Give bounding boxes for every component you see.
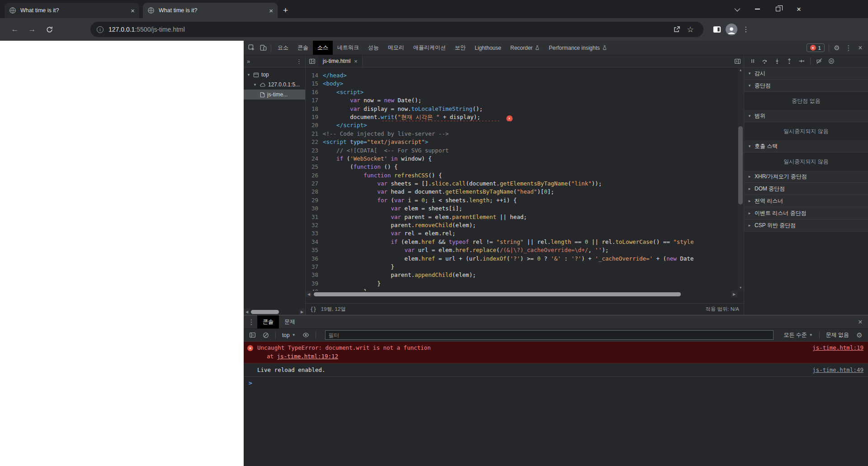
page-viewport[interactable]	[0, 41, 244, 466]
address-bar[interactable]: i 127.0.0.1:5500/js-time.html ☆	[90, 22, 703, 37]
file-tab-js-time[interactable]: js-time.html ×	[318, 55, 363, 67]
pause-script-icon[interactable]	[747, 56, 758, 67]
code-text[interactable]: <body>	[323, 80, 737, 88]
line-number[interactable]: 36	[306, 255, 323, 263]
code-text[interactable]: // <![CDATA[ <-- For SVG support	[323, 147, 737, 155]
hide-navigator-icon[interactable]	[306, 55, 318, 67]
source-link[interactable]: js-time.html:19	[812, 344, 863, 351]
scroll-left-icon[interactable]: ◀	[244, 309, 250, 315]
line-number[interactable]: 34	[306, 238, 323, 246]
line-number[interactable]: 38	[306, 271, 323, 279]
code-text[interactable]: }	[323, 263, 737, 271]
live-expression-eye-icon[interactable]	[300, 329, 312, 341]
line-number[interactable]: 29	[306, 196, 323, 204]
log-level-selector[interactable]: 모든 수준 ▼	[781, 331, 815, 339]
close-window-button[interactable]: ×	[788, 0, 809, 18]
debugger-section-호출 스택[interactable]: ▾호출 스택	[744, 140, 868, 152]
tab-close-icon[interactable]: ×	[131, 7, 135, 14]
browser-tab-2[interactable]: What time is it? ×	[143, 3, 278, 18]
code-text[interactable]: var display = now.toLocaleTimeString();	[323, 105, 737, 113]
step-icon[interactable]	[796, 56, 807, 67]
code-text[interactable]: function refreshCSS() {	[323, 171, 737, 180]
browser-menu-kebab-icon[interactable]: ⋮	[739, 22, 753, 37]
scrollbar-thumb[interactable]	[738, 126, 743, 204]
devtools-tab-애플리케이션[interactable]: 애플리케이션	[409, 41, 450, 55]
code-text[interactable]: var parent = elem.parentElement || head;	[323, 213, 737, 221]
debugger-section-DOM 중단점[interactable]: ▸DOM 중단점	[744, 183, 868, 195]
drawer-tab-issues[interactable]: 문제	[279, 315, 301, 328]
issues-badge[interactable]: 문제 없음	[823, 331, 852, 339]
devtools-tab-메모리[interactable]: 메모리	[383, 41, 409, 55]
show-debugger-sidebar-icon[interactable]	[731, 55, 744, 67]
console-prompt[interactable]: >	[244, 377, 868, 386]
line-number[interactable]: 37	[306, 263, 323, 271]
clear-console-icon[interactable]	[260, 329, 272, 341]
devtools-tab-성능[interactable]: 성능	[363, 41, 383, 55]
line-number[interactable]: 21	[306, 130, 323, 138]
devtools-close-icon[interactable]: ×	[854, 42, 866, 54]
debugger-section-중단점[interactable]: ▾중단점	[744, 80, 868, 92]
devtools-tab-Recorder[interactable]: Recorder	[506, 41, 544, 55]
tree-item-file-selected[interactable]: js-time...	[244, 90, 305, 100]
line-number[interactable]: 19	[306, 113, 323, 121]
code-editor[interactable]: 14</head>15<body>16 <script>17 var now =…	[306, 67, 744, 291]
console-sidebar-icon[interactable]	[246, 329, 258, 341]
editor-hscrollbar[interactable]: ◀ ▶	[306, 291, 744, 297]
scrollbar-thumb[interactable]	[251, 310, 279, 314]
scroll-down-icon[interactable]: ▼	[737, 285, 744, 291]
line-number[interactable]: 15	[306, 80, 323, 88]
code-text[interactable]: elem.href = url + (url.indexOf('?') >= 0…	[323, 255, 737, 263]
tab-search-chevron-icon[interactable]	[726, 0, 747, 18]
scroll-right-icon[interactable]: ▶	[731, 291, 737, 297]
line-number[interactable]: 31	[306, 213, 323, 221]
devtools-tab-요소[interactable]: 요소	[273, 41, 293, 55]
code-text[interactable]: }	[323, 280, 737, 288]
code-text[interactable]: var url = elem.href.replace(/(&|\?)_cach…	[323, 246, 737, 254]
forward-button[interactable]: →	[24, 22, 41, 37]
code-text[interactable]: for (var i = 0; i < sheets.length; ++i) …	[323, 196, 737, 204]
code-text[interactable]: var sheets = [].slice.call(document.getE…	[323, 180, 737, 188]
chevron-down-icon[interactable]: ▾	[246, 72, 251, 77]
device-toolbar-icon[interactable]	[257, 42, 269, 54]
code-text[interactable]: document.writ("현재 시각은 " + display); ×	[323, 113, 737, 121]
pause-on-exceptions-icon[interactable]	[826, 56, 837, 67]
error-count-badge[interactable]: × 1	[807, 43, 825, 52]
code-text[interactable]: }	[323, 288, 737, 291]
line-number[interactable]: 33	[306, 229, 323, 238]
drawer-close-icon[interactable]: ×	[854, 316, 866, 328]
restore-button[interactable]	[768, 0, 788, 18]
code-text[interactable]: </head>	[323, 71, 737, 80]
line-number[interactable]: 35	[306, 246, 323, 254]
line-number[interactable]: 24	[306, 155, 323, 163]
source-link[interactable]: js-time.html:49	[812, 366, 863, 373]
code-text[interactable]: </script>	[323, 121, 737, 129]
tab-close-icon[interactable]: ×	[269, 7, 273, 14]
debugger-section-감시[interactable]: ▾감시	[744, 67, 868, 80]
side-panel-icon[interactable]	[710, 22, 724, 37]
line-number[interactable]: 39	[306, 280, 323, 288]
code-text[interactable]: var head = document.getElementsByTagName…	[323, 188, 737, 196]
step-into-icon[interactable]	[772, 56, 783, 67]
minimize-button[interactable]	[747, 0, 768, 18]
step-over-icon[interactable]	[760, 56, 770, 67]
line-number[interactable]: 32	[306, 221, 323, 229]
debugger-section-범위[interactable]: ▾범위	[744, 110, 868, 122]
scroll-right-icon[interactable]: ▶	[299, 309, 305, 315]
line-number[interactable]: 20	[306, 121, 323, 129]
file-tab-close-icon[interactable]: ×	[354, 58, 358, 64]
line-number[interactable]: 18	[306, 105, 323, 113]
code-text[interactable]: parent.removeChild(elem);	[323, 221, 737, 229]
pretty-print-icon[interactable]: {}	[310, 306, 316, 313]
line-number[interactable]: 27	[306, 180, 323, 188]
code-text[interactable]: var rel = elem.rel;	[323, 229, 737, 238]
line-number[interactable]: 16	[306, 88, 323, 96]
line-number[interactable]: 25	[306, 163, 323, 171]
editor-vscrollbar[interactable]: ▲ ▼	[737, 67, 744, 291]
stack-frame-link[interactable]: js-time.html:19:12	[277, 353, 338, 360]
debugger-section-이벤트 리스너 중단점[interactable]: ▸이벤트 리스너 중단점	[744, 207, 868, 219]
debugger-section-XHR/가져오기 중단점[interactable]: ▸XHR/가져오기 중단점	[744, 171, 868, 183]
line-number[interactable]: 14	[306, 71, 323, 80]
reload-button[interactable]	[41, 22, 58, 37]
navigator-hscrollbar[interactable]: ◀ ▶	[244, 309, 305, 315]
line-number[interactable]: 23	[306, 147, 323, 155]
